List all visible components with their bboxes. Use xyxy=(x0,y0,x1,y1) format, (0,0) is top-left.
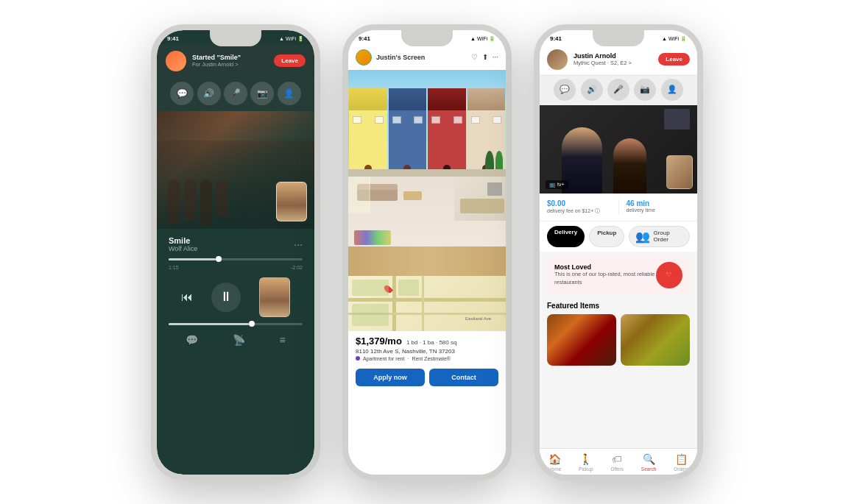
sidewalk xyxy=(348,169,506,177)
person-btn-p3[interactable]: 👤 xyxy=(661,79,683,101)
wifi-icon-p2: WiFi xyxy=(477,36,487,41)
delivery-time-value: 46 min xyxy=(627,199,691,207)
listing-action-buttons: Apply now Contact xyxy=(348,364,506,389)
facetime-avatar xyxy=(166,51,186,71)
nav-home[interactable]: 🏠 Home xyxy=(548,453,561,472)
townhouses xyxy=(348,88,506,177)
progress-bar[interactable] xyxy=(157,255,314,263)
pickup-icon: 🚶 xyxy=(579,453,592,465)
more-icon[interactable]: ··· xyxy=(493,53,498,61)
price-row: $1,379/mo 1 bd · 1 ba · 580 sq xyxy=(356,336,498,347)
share-icon[interactable]: ⬆ xyxy=(482,53,488,61)
call-controls-p1: 💬 🔊 🎤 📷 👤 xyxy=(157,76,314,111)
nav-pickup[interactable]: 🚶 Pickup xyxy=(579,453,593,472)
map-road-vertical xyxy=(392,276,396,331)
pip-person-image xyxy=(277,182,306,221)
appletv-content: 📺 tv+ xyxy=(540,105,697,194)
window-c2 xyxy=(493,116,501,124)
nav-offers[interactable]: 🏷 Offers xyxy=(610,453,624,472)
volume-bar[interactable] xyxy=(157,323,314,330)
figure-2 xyxy=(613,138,646,194)
speaker-button-p1[interactable]: 🔊 xyxy=(197,82,221,105)
delivery-time-col: 46 min delivery time xyxy=(627,199,691,215)
featured-items-title: Featured Items xyxy=(547,302,690,310)
window-r1 xyxy=(431,116,440,124)
leave-button-p3[interactable]: Leave xyxy=(658,53,690,65)
featured-item-2[interactable] xyxy=(621,314,690,366)
status-bar-phone1: 9:41 ▲ WiFi 🔋 xyxy=(157,30,314,45)
pause-button[interactable]: ⏸ xyxy=(211,283,241,312)
dd-user-info: Justin Arnold Mythic Quest · S2, E2 > xyxy=(574,52,632,66)
window-r2 xyxy=(454,116,462,124)
order-type-buttons: Delivery Pickup 👥 Group Order xyxy=(540,221,697,252)
volume-thumb xyxy=(249,321,255,327)
dd-user-name: Justin Arnold xyxy=(574,52,632,60)
screen-share-action-icons: ♡ ⬆ ··· xyxy=(471,53,498,61)
mic-button-p1[interactable]: 🎤 xyxy=(224,82,247,105)
body-red xyxy=(428,110,466,177)
group-order-tab[interactable]: 👥 Group Order xyxy=(629,226,690,247)
bottom-navigation: 🏠 Home 🚶 Pickup 🏷 Offers 🔍 Search 📋 Orde… xyxy=(540,448,697,475)
property-map[interactable]: Eastland Ave xyxy=(348,276,506,331)
message-btn-p3[interactable]: 💬 xyxy=(554,79,576,101)
camera-btn-p3[interactable]: 📷 xyxy=(634,79,656,101)
heart-icon[interactable]: ♡ xyxy=(471,53,478,61)
listing-price: $1,379/mo xyxy=(356,336,402,347)
apply-now-button[interactable]: Apply now xyxy=(356,369,425,386)
leave-button-p1[interactable]: Leave xyxy=(274,54,306,67)
map-block2 xyxy=(398,280,419,296)
nav-search[interactable]: 🔍 Search xyxy=(641,453,657,472)
battery-icon-p2: 🔋 xyxy=(489,36,495,42)
delivery-tab[interactable]: Delivery xyxy=(547,226,585,247)
person-button-p1[interactable]: 👤 xyxy=(278,82,301,105)
appletv-label: tv+ xyxy=(557,182,565,187)
remaining-time: -2:02 xyxy=(291,265,303,270)
facetime-title: Started "Smile" xyxy=(192,54,268,61)
home-label: Home xyxy=(548,466,561,472)
playback-controls: ⏮ ⏸ xyxy=(157,271,314,323)
airplay-button[interactable]: 📡 xyxy=(233,334,245,346)
elapsed-time: 1:15 xyxy=(169,265,179,270)
more-options-button[interactable]: ··· xyxy=(294,238,303,250)
song-title: Smile xyxy=(169,236,197,245)
window-c1 xyxy=(471,116,480,124)
status-time-p2: 9:41 xyxy=(359,35,370,42)
facetime-notification-bar: Started "Smile" For Justin Arnold > Leav… xyxy=(157,45,314,76)
delivery-fee-col: $0.00 delivery fee on $12+ ⓘ xyxy=(547,199,611,215)
delivery-info-bar: $0.00 delivery fee on $12+ ⓘ 46 min deli… xyxy=(540,194,697,221)
map-road-horizontal xyxy=(348,298,506,302)
contact-button[interactable]: Contact xyxy=(429,369,498,386)
music-info: Smile Wolf Alice ··· xyxy=(157,229,314,255)
mic-btn-p3[interactable]: 🎤 xyxy=(607,79,629,101)
pickup-tab[interactable]: Pickup xyxy=(589,226,624,247)
rewind-button[interactable]: ⏮ xyxy=(181,291,193,304)
delivery-time-label: delivery time xyxy=(627,207,691,213)
queue-button[interactable]: ≡ xyxy=(280,334,286,346)
townhouse-blue xyxy=(389,88,427,177)
nav-orders[interactable]: 📋 Orders xyxy=(674,453,688,472)
band-silhouettes xyxy=(168,180,228,225)
phone-1-music: 9:41 ▲ WiFi 🔋 Started "Smile" For Justin… xyxy=(151,24,320,480)
listing-type: Apartment for rent xyxy=(363,356,404,361)
speaker-btn-p3[interactable]: 🔊 xyxy=(581,79,603,101)
lyrics-button[interactable]: 💬 xyxy=(186,334,198,346)
message-button-p1[interactable]: 💬 xyxy=(170,82,194,105)
camera-button-p1[interactable]: 📷 xyxy=(250,82,274,105)
listing-info: $1,379/mo 1 bd · 1 ba · 580 sq 8110 12th… xyxy=(348,331,506,364)
song-artist: Wolf Alice xyxy=(169,245,197,252)
window-y1 xyxy=(353,116,361,124)
screen-share-header: Justin's Screen ♡ ⬆ ··· xyxy=(348,45,506,70)
phone-3-doordash: 9:41 ▲ WiFi 🔋 Justin Arnold Mythic Quest… xyxy=(534,24,703,480)
property-interior-image xyxy=(348,177,506,276)
map-block1 xyxy=(352,280,389,296)
body-yellow xyxy=(349,110,387,177)
roof-blue xyxy=(389,88,427,110)
roof-yellow xyxy=(349,88,387,110)
album-art xyxy=(157,111,314,229)
purple-dot-icon xyxy=(356,356,360,361)
featured-item-1[interactable] xyxy=(547,314,616,366)
search-label: Search xyxy=(641,466,657,472)
most-loved-desc: This is one of our top-rated, most relia… xyxy=(554,271,656,286)
delivery-fee-label: delivery fee on $12+ ⓘ xyxy=(547,207,611,215)
most-loved-title: Most Loved xyxy=(554,263,656,271)
